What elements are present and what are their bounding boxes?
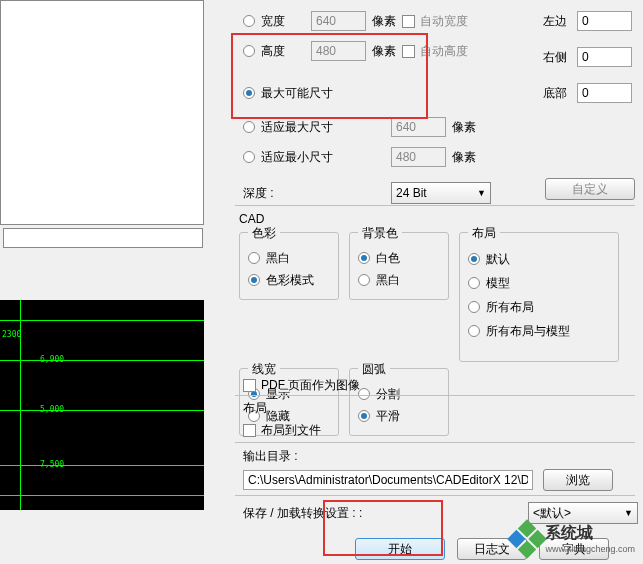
margin-bottom-label: 底部	[543, 85, 577, 102]
group-bg: 背景色 白色 黑白	[349, 232, 449, 300]
height-label: 高度	[261, 43, 311, 60]
fit-max-label: 适应最大尺寸	[261, 119, 391, 136]
height-input[interactable]	[311, 41, 366, 61]
auto-width-check[interactable]	[402, 15, 415, 28]
radio-layout-allmodel[interactable]	[468, 325, 480, 337]
radio-color-mode[interactable]	[248, 274, 260, 286]
fit-min-unit: 像素	[452, 149, 476, 166]
radio-fit-max[interactable]	[243, 121, 255, 133]
width-label: 宽度	[261, 13, 311, 30]
fit-min-label: 适应最小尺寸	[261, 149, 391, 166]
margin-left-input[interactable]	[577, 11, 632, 31]
group-arc: 圆弧 分割 平滑	[349, 368, 449, 436]
auto-height-label: 自动高度	[420, 43, 468, 60]
start-button[interactable]: 开始	[355, 538, 445, 560]
fit-max-unit: 像素	[452, 119, 476, 136]
logo-icon	[508, 519, 548, 559]
chevron-down-icon: ▼	[624, 508, 633, 518]
margin-right-label: 右侧	[543, 49, 577, 66]
group-layout: 布局 默认 模型 所有布局 所有布局与模型	[459, 232, 619, 362]
radio-layout-model[interactable]	[468, 277, 480, 289]
margin-right-input[interactable]	[577, 47, 632, 67]
radio-bg-black[interactable]	[358, 274, 370, 286]
width-input[interactable]	[311, 11, 366, 31]
radio-color-bw[interactable]	[248, 252, 260, 264]
saveload-value: <默认>	[533, 505, 571, 522]
chevron-down-icon: ▼	[477, 188, 486, 198]
radio-height[interactable]	[243, 45, 255, 57]
radio-width[interactable]	[243, 15, 255, 27]
margin-left-label: 左边	[543, 13, 577, 30]
output-label: 输出目录 :	[243, 448, 638, 465]
width-unit: 像素	[372, 13, 396, 30]
layout-to-file-check[interactable]	[243, 424, 256, 437]
radio-fit-min[interactable]	[243, 151, 255, 163]
cad-title: CAD	[239, 212, 639, 226]
radio-max-possible[interactable]	[243, 87, 255, 99]
group-color: 色彩 黑白 色彩模式	[239, 232, 339, 300]
file-list-box	[0, 0, 204, 225]
layout-to-file-label: 布局到文件	[261, 422, 321, 439]
auto-width-label: 自动宽度	[420, 13, 468, 30]
pdf-as-image-label: PDF 页面作为图像	[261, 377, 360, 394]
radio-layout-all[interactable]	[468, 301, 480, 313]
watermark: 系统城 www.xitongcheng.com	[513, 523, 635, 554]
output-path-input[interactable]	[243, 470, 533, 490]
saveload-label: 保存 / 加载转换设置 : :	[243, 505, 528, 522]
saveload-dropdown[interactable]: <默认> ▼	[528, 502, 638, 524]
margin-bottom-input[interactable]	[577, 83, 632, 103]
cad-preview: 2300 6,900 5,000 7,500	[0, 300, 204, 510]
auto-height-check[interactable]	[402, 45, 415, 58]
layout-title: 布局	[243, 400, 321, 417]
fit-max-input[interactable]	[391, 117, 446, 137]
depth-dropdown[interactable]: 24 Bit ▼	[391, 182, 491, 204]
pdf-as-image-check[interactable]	[243, 379, 256, 392]
path-box[interactable]	[3, 228, 203, 248]
radio-layout-default[interactable]	[468, 253, 480, 265]
custom-button[interactable]: 自定义	[545, 178, 635, 200]
max-possible-label: 最大可能尺寸	[261, 85, 333, 102]
fit-min-input[interactable]	[391, 147, 446, 167]
radio-bg-white[interactable]	[358, 252, 370, 264]
browse-button[interactable]: 浏览	[543, 469, 613, 491]
height-unit: 像素	[372, 43, 396, 60]
radio-arc-smooth[interactable]	[358, 410, 370, 422]
depth-label: 深度 :	[243, 185, 391, 202]
depth-value: 24 Bit	[396, 186, 427, 200]
